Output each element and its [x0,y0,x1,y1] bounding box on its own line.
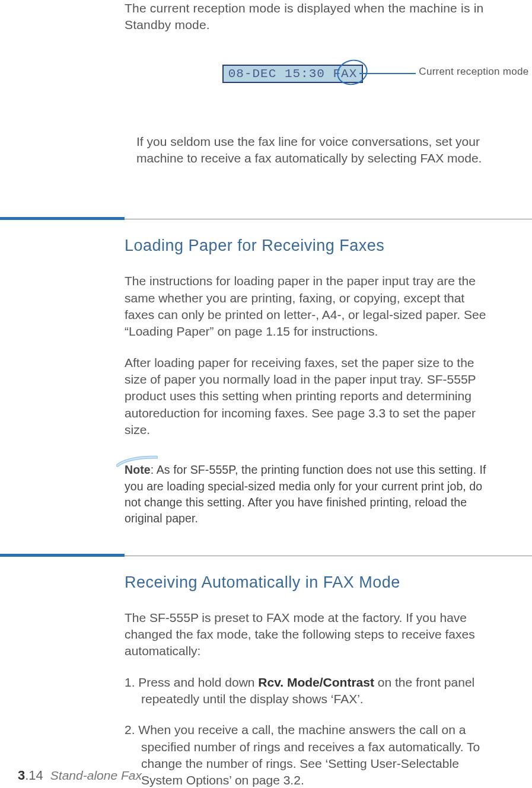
lcd-screen: 08-DEC 15:30 FAX [222,65,364,83]
step-1: 1. Press and hold down Rcv. Mode/Contras… [125,674,496,708]
lcd-wrapper: 08-DEC 15:30 FAX Current reception mode [222,65,364,83]
auto-fax-intro: The SF-555P is preset to FAX mode at the… [125,610,496,660]
rcv-mode-contrast-label: Rcv. Mode/Contrast [258,675,374,689]
note-swoosh-icon [116,455,158,468]
lcd-display-figure: 08-DEC 15:30 FAX Current reception mode [125,56,496,92]
note-body: : As for SF-555P, the printing function … [125,463,486,525]
callout-line-icon [359,73,416,74]
chapter-number: 3 [18,768,25,783]
note-text: Note: As for SF-555P, the printing funct… [125,462,496,527]
section-heading-loading-paper: Loading Paper for Receiving Faxes [125,237,496,255]
loading-paper-para2: After loading paper for receiving faxes,… [125,355,496,439]
step1-pre: 1. Press and hold down [125,675,258,689]
page-suffix: .14 [25,768,43,783]
section-heading-auto-fax: Receiving Automatically in FAX Mode [125,573,496,592]
step-2: 2. When you receive a call, the machine … [125,722,496,788]
footer-section-label: Stand-alone Fax [50,768,142,783]
page-number: 3.14 [18,768,43,783]
loading-paper-para1: The instructions for loading paper in th… [125,273,496,340]
page-footer: 3.14 Stand-alone Fax [18,768,142,783]
section-divider [125,556,496,559]
callout-label: Current reception mode [419,66,528,78]
intro-paragraph: The current reception mode is displayed … [125,0,496,34]
section-divider [125,219,496,222]
fax-mode-recommendation: If you seldom use the fax line for voice… [136,133,496,167]
page-content: The current reception mode is displayed … [125,0,496,788]
note-block: Note: As for SF-555P, the printing funct… [125,462,496,527]
